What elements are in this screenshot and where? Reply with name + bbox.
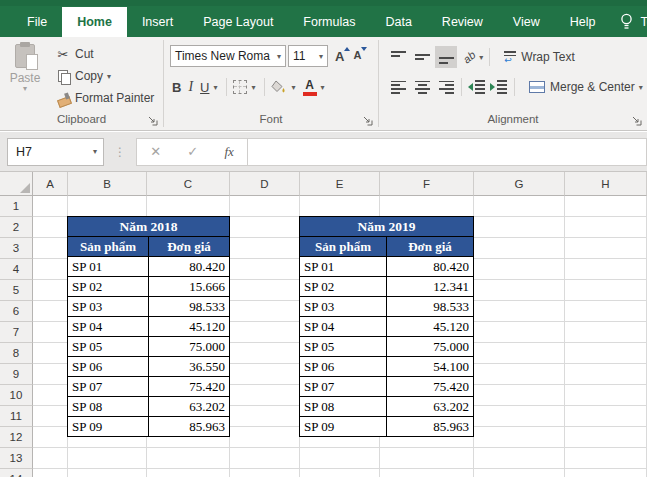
top-align-button[interactable] <box>387 46 409 68</box>
grid-cell-f13[interactable] <box>380 448 474 469</box>
grid-cell-a13[interactable] <box>33 448 68 469</box>
product-cell[interactable]: SP 09 <box>68 417 149 437</box>
grid-cell-a1[interactable] <box>33 196 68 217</box>
grid-cell-d13[interactable] <box>230 448 300 469</box>
row-header-4[interactable]: 4 <box>0 259 33 280</box>
column-header-c[interactable]: C <box>147 172 230 196</box>
grid-cell-c14[interactable] <box>147 469 230 477</box>
tab-data[interactable]: Data <box>370 7 426 37</box>
grid-cell-d11[interactable] <box>230 406 300 427</box>
table-title-cell[interactable]: Năm 2019 <box>300 217 474 237</box>
product-cell[interactable]: SP 09 <box>300 417 387 437</box>
grid-cell-c13[interactable] <box>147 448 230 469</box>
row-header-14[interactable]: 14 <box>0 469 33 477</box>
grid-cell-d5[interactable] <box>230 280 300 301</box>
tab-home[interactable]: Home <box>62 7 127 37</box>
price-cell[interactable]: 15.666 <box>149 277 230 297</box>
grid-cell-a11[interactable] <box>33 406 68 427</box>
tab-insert[interactable]: Insert <box>127 7 188 37</box>
grid-cell-d8[interactable] <box>230 343 300 364</box>
grid-cell-a10[interactable] <box>33 385 68 406</box>
align-left-button[interactable] <box>387 76 409 98</box>
table-header-cell[interactable]: Sản phẩm <box>68 237 149 257</box>
product-cell[interactable]: SP 06 <box>300 357 387 377</box>
bold-button[interactable]: B <box>172 80 181 95</box>
product-cell[interactable]: SP 06 <box>68 357 149 377</box>
alignment-dialog-launcher-icon[interactable] <box>631 115 642 126</box>
product-cell[interactable]: SP 08 <box>68 397 149 417</box>
grid-cell-g11[interactable] <box>474 406 565 427</box>
grid-cell-a8[interactable] <box>33 343 68 364</box>
price-cell[interactable]: 36.550 <box>149 357 230 377</box>
insert-function-icon[interactable]: fx <box>224 144 233 160</box>
grid-cell-e14[interactable] <box>300 469 380 477</box>
clipboard-dialog-launcher-icon[interactable] <box>147 115 158 126</box>
grid-cell-h5[interactable] <box>565 280 647 301</box>
grid-cell-h10[interactable] <box>565 385 647 406</box>
product-cell[interactable]: SP 07 <box>300 377 387 397</box>
grid-cell-h7[interactable] <box>565 322 647 343</box>
grid-cell-d6[interactable] <box>230 301 300 322</box>
grid-cell-d1[interactable] <box>230 196 300 217</box>
tab-help[interactable]: Help <box>555 7 611 37</box>
grid-cell-b1[interactable] <box>68 196 147 217</box>
font-color-button[interactable]: A ▾ <box>303 79 325 96</box>
grid-cell-d14[interactable] <box>230 469 300 477</box>
grid-cell-g8[interactable] <box>474 343 565 364</box>
grid-cell-g10[interactable] <box>474 385 565 406</box>
row-header-7[interactable]: 7 <box>0 322 33 343</box>
grid-cell-a2[interactable] <box>33 217 68 238</box>
product-cell[interactable]: SP 02 <box>68 277 149 297</box>
grid-cell-d7[interactable] <box>230 322 300 343</box>
font-name-combo[interactable]: Times New Roma ▾ <box>170 45 286 67</box>
grid-cell-g3[interactable] <box>474 238 565 259</box>
wrap-text-button[interactable]: ↩ Wrap Text <box>504 50 575 64</box>
grid-cell-f1[interactable] <box>380 196 474 217</box>
enter-icon[interactable]: ✓ <box>187 144 198 159</box>
grid-cell-f14[interactable] <box>380 469 474 477</box>
merge-center-button[interactable]: Merge & Center ▾ <box>529 80 643 94</box>
row-header-12[interactable]: 12 <box>0 427 33 448</box>
grid-cell-a3[interactable] <box>33 238 68 259</box>
orientation-button[interactable]: ab ▾ <box>463 51 483 63</box>
price-cell[interactable]: 98.533 <box>387 297 474 317</box>
grid-cell-h13[interactable] <box>565 448 647 469</box>
grid-cell-g2[interactable] <box>474 217 565 238</box>
table-header-cell[interactable]: Sản phẩm <box>300 237 387 257</box>
product-cell[interactable]: SP 04 <box>300 317 387 337</box>
grid-cell-a4[interactable] <box>33 259 68 280</box>
product-cell[interactable]: SP 05 <box>300 337 387 357</box>
grid-cell-a14[interactable] <box>33 469 68 477</box>
price-cell[interactable]: 80.420 <box>149 257 230 277</box>
bottom-align-button[interactable] <box>435 46 457 68</box>
grid-cell-b13[interactable] <box>68 448 147 469</box>
underline-button[interactable]: U ▾ <box>200 80 217 95</box>
price-cell[interactable]: 98.533 <box>149 297 230 317</box>
grid-cell-g7[interactable] <box>474 322 565 343</box>
grid-cell-h11[interactable] <box>565 406 647 427</box>
grid-cell-d4[interactable] <box>230 259 300 280</box>
product-cell[interactable]: SP 08 <box>300 397 387 417</box>
tab-formulas[interactable]: Formulas <box>288 7 370 37</box>
price-cell[interactable]: 75.420 <box>387 377 474 397</box>
column-header-h[interactable]: H <box>565 172 647 196</box>
grid-cell-h14[interactable] <box>565 469 647 477</box>
copy-button[interactable]: Copy ▾ <box>54 65 154 87</box>
column-header-a[interactable]: A <box>33 172 68 196</box>
column-header-b[interactable]: B <box>68 172 147 196</box>
price-cell[interactable]: 12.341 <box>387 277 474 297</box>
cut-button[interactable]: ✂ Cut <box>54 43 154 65</box>
row-header-13[interactable]: 13 <box>0 448 33 469</box>
grid-cell-d10[interactable] <box>230 385 300 406</box>
grid-cell-a9[interactable] <box>33 364 68 385</box>
grid-cell-h8[interactable] <box>565 343 647 364</box>
paste-button[interactable]: Paste ▾ <box>4 42 46 109</box>
row-header-6[interactable]: 6 <box>0 301 33 322</box>
grid-cell-b14[interactable] <box>68 469 147 477</box>
row-header-3[interactable]: 3 <box>0 238 33 259</box>
table-title-cell[interactable]: Năm 2018 <box>68 217 230 237</box>
borders-button[interactable]: ▾ <box>233 80 255 94</box>
column-header-e[interactable]: E <box>300 172 380 196</box>
grid-cell-h9[interactable] <box>565 364 647 385</box>
tab-review[interactable]: Review <box>427 7 498 37</box>
